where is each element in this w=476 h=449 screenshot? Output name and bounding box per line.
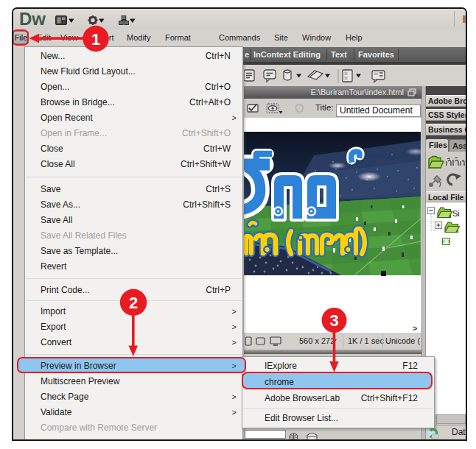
svg-text:Si: Si: [452, 209, 460, 218]
